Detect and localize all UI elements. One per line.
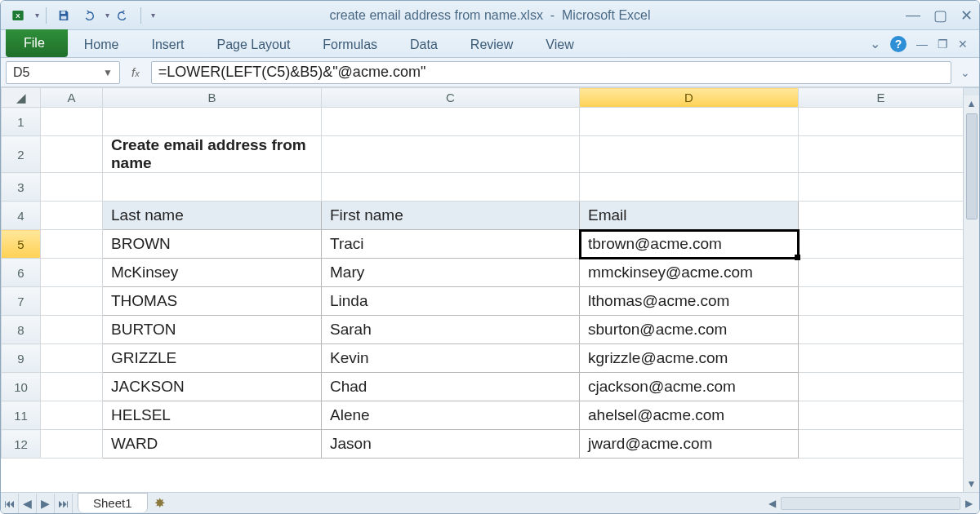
cell-A11[interactable] (41, 401, 103, 430)
cell-B9[interactable]: GRIZZLE (103, 344, 322, 373)
cell-A4[interactable] (41, 202, 103, 230)
cell-B5[interactable]: BROWN (103, 230, 322, 259)
row-header-4[interactable]: 4 (2, 202, 41, 230)
cell-C2[interactable] (322, 136, 580, 173)
col-header-C[interactable]: C (322, 88, 580, 108)
cell-B6[interactable]: McKinsey (103, 259, 322, 287)
cell-A10[interactable] (41, 373, 103, 401)
cell-B8[interactable]: BURTON (103, 316, 322, 344)
undo-icon[interactable] (78, 5, 99, 26)
row-header-5[interactable]: 5 (2, 230, 41, 259)
prev-sheet-icon[interactable]: ◀ (19, 494, 37, 513)
cell-C3[interactable] (322, 173, 580, 202)
cell-D7[interactable]: lthomas@acme.com (580, 287, 799, 316)
cell-D12[interactable]: jward@acme.com (580, 430, 799, 459)
cell-B10[interactable]: JACKSON (103, 373, 322, 401)
file-tab[interactable]: File (6, 29, 68, 57)
customize-qat-icon[interactable]: ▾ (151, 11, 155, 20)
row-header-12[interactable]: 12 (2, 430, 41, 459)
cell-A8[interactable] (41, 316, 103, 344)
cell-C9[interactable]: Kevin (322, 344, 580, 373)
cell-B12[interactable]: WARD (103, 430, 322, 459)
cell-B4[interactable]: Last name (103, 202, 322, 230)
row-header-3[interactable]: 3 (2, 173, 41, 202)
redo-icon[interactable] (113, 5, 134, 26)
cell-A5[interactable] (41, 230, 103, 259)
row-header-2[interactable]: 2 (2, 136, 41, 173)
cell-E12[interactable] (799, 430, 964, 459)
first-sheet-icon[interactable]: ⏮ (1, 494, 19, 513)
ribbon-tab-review[interactable]: Review (454, 30, 529, 57)
cell-A3[interactable] (41, 173, 103, 202)
qat-dropdown-icon[interactable]: ▾ (35, 11, 39, 20)
cell-B3[interactable] (103, 173, 322, 202)
cell-E6[interactable] (799, 259, 964, 287)
row-header-9[interactable]: 9 (2, 344, 41, 373)
fx-icon[interactable]: fx (125, 65, 146, 79)
cell-C11[interactable]: Alene (322, 401, 580, 430)
cell-B7[interactable]: THOMAS (103, 287, 322, 316)
cell-D9[interactable]: kgrizzle@acme.com (580, 344, 799, 373)
cell-E7[interactable] (799, 287, 964, 316)
ribbon-tab-data[interactable]: Data (394, 30, 454, 57)
cell-C10[interactable]: Chad (322, 373, 580, 401)
cell-D5[interactable]: tbrown@acme.com (580, 230, 799, 259)
vertical-scrollbar[interactable]: ▲ ▼ (963, 87, 979, 492)
scrollbar-thumb[interactable] (966, 113, 978, 219)
cell-C7[interactable]: Linda (322, 287, 580, 316)
row-header-6[interactable]: 6 (2, 259, 41, 287)
mdi-close-icon[interactable]: ✕ (958, 38, 968, 51)
scroll-down-icon[interactable]: ▼ (967, 476, 977, 492)
cell-A7[interactable] (41, 287, 103, 316)
ribbon-tab-home[interactable]: Home (68, 30, 136, 57)
select-all-corner[interactable]: ◢ (2, 88, 41, 108)
col-header-D[interactable]: D (580, 88, 799, 108)
save-icon[interactable] (53, 5, 74, 26)
cell-E5[interactable] (799, 230, 964, 259)
cell-E3[interactable] (799, 173, 964, 202)
ribbon-tab-view[interactable]: View (529, 30, 590, 57)
cell-E9[interactable] (799, 344, 964, 373)
row-header-1[interactable]: 1 (2, 108, 41, 136)
cell-D11[interactable]: ahelsel@acme.com (580, 401, 799, 430)
col-header-A[interactable]: A (41, 88, 103, 108)
cell-C5[interactable]: Traci (322, 230, 580, 259)
cell-A9[interactable] (41, 344, 103, 373)
window-restore-icon[interactable]: — (916, 38, 928, 51)
new-sheet-icon[interactable]: ✸ (154, 495, 165, 511)
ribbon-tab-formulas[interactable]: Formulas (306, 30, 394, 57)
cell-B2[interactable]: Create email address from name (103, 136, 322, 173)
row-header-8[interactable]: 8 (2, 316, 41, 344)
row-header-7[interactable]: 7 (2, 287, 41, 316)
cell-E10[interactable] (799, 373, 964, 401)
last-sheet-icon[interactable]: ⏭ (55, 494, 73, 513)
cell-E2[interactable] (799, 136, 964, 173)
undo-dropdown-icon[interactable]: ▾ (105, 11, 109, 20)
cell-D4[interactable]: Email (580, 202, 799, 230)
cell-D3[interactable] (580, 173, 799, 202)
cell-D6[interactable]: mmckinsey@acme.com (580, 259, 799, 287)
close-icon[interactable]: ✕ (960, 7, 973, 24)
cell-C4[interactable]: First name (322, 202, 580, 230)
formula-input[interactable]: =LOWER(LEFT(C5)&B5)&"@acme.com" (151, 61, 951, 84)
cell-D2[interactable] (580, 136, 799, 173)
cell-A1[interactable] (41, 108, 103, 136)
row-header-11[interactable]: 11 (2, 401, 41, 430)
maximize-icon[interactable]: ▢ (933, 7, 947, 24)
cell-C8[interactable]: Sarah (322, 316, 580, 344)
name-box-dropdown-icon[interactable]: ▼ (103, 67, 113, 78)
cell-B1[interactable] (103, 108, 322, 136)
cell-D1[interactable] (580, 108, 799, 136)
cell-E8[interactable] (799, 316, 964, 344)
scroll-up-icon[interactable]: ▲ (967, 95, 977, 112)
sheet-tab-active[interactable]: Sheet1 (78, 493, 148, 512)
cell-A2[interactable] (41, 136, 103, 173)
cell-E4[interactable] (799, 202, 964, 230)
scroll-right-icon[interactable]: ▶ (962, 498, 976, 509)
ribbon-tab-page-layout[interactable]: Page Layout (200, 30, 306, 57)
cell-D8[interactable]: sburton@acme.com (580, 316, 799, 344)
cell-C1[interactable] (322, 108, 580, 136)
scroll-left-icon[interactable]: ◀ (765, 498, 779, 509)
cell-D10[interactable]: cjackson@acme.com (580, 373, 799, 401)
cell-E11[interactable] (799, 401, 964, 430)
